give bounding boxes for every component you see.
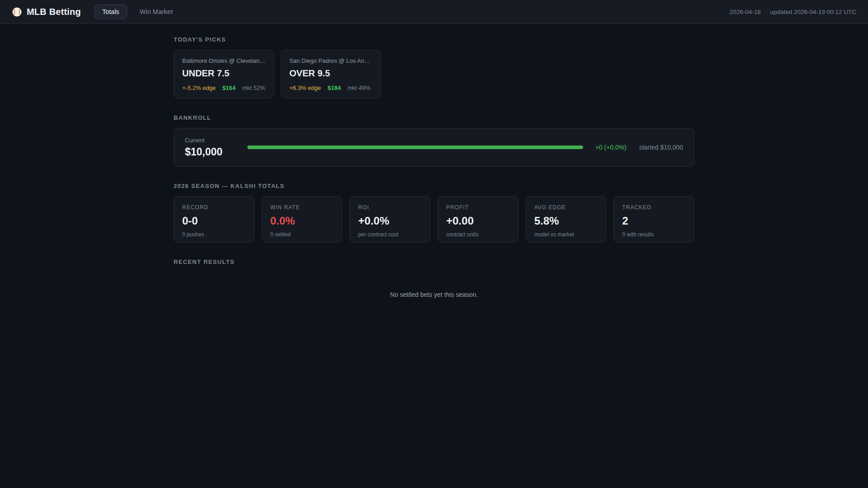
app-title: MLB Betting [27, 7, 81, 17]
stat-label: PROFIT [446, 204, 510, 211]
stat-value: 5.8% [534, 215, 598, 227]
pick-price: $164 [222, 84, 236, 91]
pick-selection: OVER 9.5 [289, 68, 373, 79]
bankroll-current: Current $10,000 [185, 137, 236, 158]
pick-market: mkt 52% [242, 84, 265, 91]
pick-market: mkt 49% [348, 84, 371, 91]
pick-matchup: Baltimore Orioles @ Cleveland Gu… [182, 57, 265, 64]
stat-card-win-rate: WIN RATE 0.0% 0 settled [262, 196, 343, 243]
stats-grid: RECORD 0-0 0 pushes WIN RATE 0.0% 0 sett… [174, 196, 694, 243]
stat-sub: 0 with results [622, 231, 686, 238]
topbar: MLB Betting Totals Win Market 2026-04-18… [0, 0, 868, 24]
stat-card-profit: PROFIT +0.00 contract units [438, 196, 519, 243]
stat-card-tracked: TRACKED 2 0 with results [613, 196, 694, 243]
game-date: 2026-04-18 [730, 9, 761, 15]
meta-separator: · [764, 9, 767, 15]
stat-value: 2 [622, 215, 686, 227]
section-season-stats: 2026 SEASON — KALSHI TOTALS RECORD 0-0 0… [174, 183, 694, 243]
stat-label: ROI [358, 204, 422, 211]
pick-edge: +6.3% edge [289, 84, 321, 91]
stat-sub: per contract cost [358, 231, 422, 238]
bankroll-change: +0 (+0.0%) [595, 144, 626, 151]
picks-row: Baltimore Orioles @ Cleveland Gu… UNDER … [174, 50, 694, 99]
stat-label: TRACKED [622, 204, 686, 211]
pick-matchup: San Diego Padres @ Los Angeles… [289, 57, 373, 64]
stat-label: AVG EDGE [534, 204, 598, 211]
app-logo: MLB Betting [12, 7, 81, 17]
section-bankroll: BANKROLL Current $10,000 +0 (+0.0%) star… [174, 114, 694, 167]
section-title-bankroll: BANKROLL [174, 114, 694, 121]
bankroll-started: started $10,000 [639, 144, 683, 151]
pick-card: Baltimore Orioles @ Cleveland Gu… UNDER … [174, 50, 274, 99]
stat-label: RECORD [182, 204, 246, 211]
stat-sub: model vs market [534, 231, 598, 238]
section-title-recent: RECENT RESULTS [174, 258, 694, 265]
section-title-picks: TODAY'S PICKS [174, 36, 694, 43]
stat-card-record: RECORD 0-0 0 pushes [174, 196, 255, 243]
bankroll-progress-track [247, 145, 583, 149]
stat-value: 0-0 [182, 215, 246, 227]
bankroll-progress-fill [247, 145, 583, 149]
main-nav: Totals Win Market [94, 5, 173, 19]
stat-value: +0.00 [446, 215, 510, 227]
bankroll-current-value: $10,000 [185, 146, 236, 158]
updated-timestamp: updated 2026-04-19 00:12 UTC [770, 9, 856, 15]
section-todays-picks: TODAY'S PICKS Baltimore Orioles @ Clevel… [174, 36, 694, 99]
stat-card-roi: ROI +0.0% per contract cost [349, 196, 430, 243]
tab-win-market[interactable]: Win Market [140, 5, 173, 19]
baseball-icon [12, 7, 22, 17]
pick-meta: +6.3% edge $184 mkt 49% [289, 84, 373, 91]
tab-totals[interactable]: Totals [94, 5, 127, 19]
pick-card: San Diego Padres @ Los Angeles… OVER 9.5… [281, 50, 381, 99]
recent-empty-message: No settled bets yet this season. [174, 272, 694, 298]
bankroll-current-label: Current [185, 137, 236, 144]
main-content: TODAY'S PICKS Baltimore Orioles @ Clevel… [174, 24, 694, 298]
date-status: 2026-04-18 · updated 2026-04-19 00:12 UT… [730, 9, 856, 15]
stat-sub: contract units [446, 231, 510, 238]
pick-meta: +-5.2% edge $164 mkt 52% [182, 84, 265, 91]
stat-sub: 0 pushes [182, 231, 246, 238]
pick-selection: UNDER 7.5 [182, 68, 265, 79]
stat-card-avg-edge: AVG EDGE 5.8% model vs market [526, 196, 607, 243]
stat-sub: 0 settled [270, 231, 334, 238]
stat-value: 0.0% [270, 215, 334, 227]
stat-value: +0.0% [358, 215, 422, 227]
section-title-season: 2026 SEASON — KALSHI TOTALS [174, 183, 694, 189]
pick-price: $184 [328, 84, 341, 91]
section-recent-results: RECENT RESULTS No settled bets yet this … [174, 258, 694, 298]
pick-edge: +-5.2% edge [182, 84, 216, 91]
stat-label: WIN RATE [270, 204, 334, 211]
bankroll-card: Current $10,000 +0 (+0.0%) started $10,0… [174, 128, 694, 167]
